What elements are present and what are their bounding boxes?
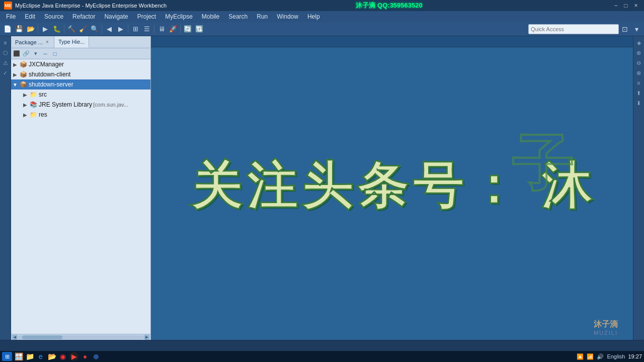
tree-item-src[interactable]: ▶ 📁 src [11,89,150,100]
menu-myeclipse[interactable]: MyEclipse [161,12,197,21]
quick-access-box[interactable] [528,24,619,34]
systray-lang: English [607,353,625,359]
problems-icon[interactable]: ⚠ [1,58,10,67]
menu-search[interactable]: Search [224,12,252,21]
taskbar-file-icon[interactable]: 📁 [25,352,34,361]
right-icon-3[interactable]: ⊖ [634,58,643,67]
views-button[interactable]: ☰ [141,24,152,35]
new-button[interactable]: 📄 [2,24,13,35]
menu-mobile[interactable]: Mobile [198,12,223,21]
menu-project[interactable]: Project [133,12,160,21]
menu-window[interactable]: Window [273,12,302,21]
sync-button[interactable]: 🔄 [182,24,193,35]
taskbar-red-icon[interactable]: ● [80,352,90,361]
package-explorer-icon[interactable]: ≡ [1,38,10,47]
right-icon-5[interactable]: ≡ [634,78,643,87]
editor-area: 关注头条号： 沐 子 沐子滴 MUZILI [151,36,633,340]
refresh-button[interactable]: 🔃 [194,24,205,35]
menu-run[interactable]: Run [253,12,272,21]
scroll-left-button[interactable]: ◀ [12,335,17,340]
toolbar-sep-1 [38,25,38,34]
taskbar-ie-icon[interactable]: e [36,352,45,361]
build-button[interactable]: 🔨 [66,24,77,35]
next-button[interactable]: ▶ [115,24,126,35]
icon-jxcmanager: 📦 [19,60,27,68]
menu-source[interactable]: Source [40,12,67,21]
collapse-all-button[interactable]: ⬛ [12,49,21,58]
tab-type-hierarchy[interactable]: Type Hie... [54,36,90,48]
scroll-right-button[interactable]: ▶ [144,335,149,340]
tree-item-jre-library[interactable]: ▶ 📚 JRE System Library [com.sun.jav... [11,100,150,110]
perspective-button[interactable]: ⊞ [130,24,141,35]
systray-network[interactable]: 📶 [587,353,594,360]
open-button[interactable]: 📂 [25,24,36,35]
debug-button[interactable]: 🐛 [51,24,62,35]
right-icon-1[interactable]: ◈ [634,38,643,47]
icon-jre-library: 📚 [29,101,37,109]
panel-toolbar: ⬛ 🔗 ▾ ─ □ [11,48,150,59]
tree-item-shutdown-server[interactable]: ▼ 📦 shutdown-server [11,79,150,89]
maximize-button[interactable]: □ [622,2,630,9]
systray-volume[interactable]: 🔊 [597,353,604,360]
status-bar [0,340,644,351]
panel-min-button[interactable]: ─ [41,49,50,58]
view-menu-button[interactable]: ▾ [631,24,642,35]
menu-refactor[interactable]: Refactor [68,12,99,21]
panel-scrollbar-h: ◀ ▶ [11,334,150,340]
taskbar: ⊞ 🪟 📁 e 📂 ◉ ▶ ● ⊕ 🔼 📶 🔊 English 19:27 [0,351,644,362]
right-icon-6[interactable]: ⬆ [634,88,643,98]
hierarchy-icon[interactable]: ⬡ [1,48,10,57]
run-button[interactable]: ▶ [40,24,51,35]
toggle-res[interactable]: ▶ [21,111,29,119]
panel-max-button[interactable]: □ [50,49,59,58]
toggle-src[interactable]: ▶ [21,90,29,99]
logo-name: 沐子滴 [594,319,618,330]
taskbar-app1-icon[interactable]: ◉ [58,352,67,361]
toolbar-sep-6 [180,25,181,34]
server-button[interactable]: 🖥 [156,24,167,35]
scroll-thumb[interactable] [22,335,62,339]
minimize-button[interactable]: − [612,2,620,9]
label-jxcmanager: JXCManager [29,61,64,68]
search-toolbar-button[interactable]: 🔍 [89,24,100,35]
taskbar-folder-icon[interactable]: 📂 [47,352,56,361]
quick-access-input[interactable] [531,26,616,32]
tree-item-res[interactable]: ▶ 📁 res [11,110,150,120]
tab-package-close[interactable]: × [45,39,50,45]
tab-package-explorer[interactable]: Package ... × [11,36,54,48]
icon-src: 📁 [29,90,37,99]
menu-edit[interactable]: Edit [21,12,39,21]
menu-file[interactable]: File [2,12,20,21]
clean-button[interactable]: 🧹 [77,24,89,35]
toggle-shutdown-server[interactable]: ▼ [11,80,19,88]
panel-menu-button[interactable]: ▾ [31,49,40,58]
taskbar-play-icon[interactable]: ▶ [69,352,78,361]
prev-button[interactable]: ◀ [104,24,115,35]
toggle-jre-library[interactable]: ▶ [21,101,29,109]
toggle-jxcmanager[interactable]: ▶ [11,60,19,68]
right-icon-4[interactable]: ⊗ [634,68,643,77]
systray-arrow[interactable]: 🔼 [577,353,584,360]
menu-navigate[interactable]: Navigate [100,12,132,21]
label-res: res [39,111,47,118]
logo-sub: MUZILI [594,330,618,336]
link-editor-button[interactable]: 🔗 [22,49,31,58]
right-icon-2[interactable]: ⊕ [634,48,643,57]
close-button[interactable]: × [632,2,640,9]
tree-item-jxcmanager[interactable]: ▶ 📦 JXCManager [11,59,150,69]
open-perspective-button[interactable]: ⊡ [619,24,630,35]
tree-item-shutdown-client[interactable]: ▶ 📦 shutdown-client [11,69,150,79]
taskbar-win-icon[interactable]: 🪟 [14,352,23,361]
icon-res: 📁 [29,111,37,119]
taskbar-chrome-icon[interactable]: ⊕ [92,352,101,361]
toolbar-sep-3 [102,25,102,34]
menu-help[interactable]: Help [303,12,324,21]
tasks-icon[interactable]: ✓ [1,68,10,77]
save-button[interactable]: 💾 [14,24,25,35]
icon-shutdown-server: 📦 [19,80,27,88]
right-icon-7[interactable]: ⬇ [634,99,643,108]
deploy-button[interactable]: 🚀 [168,24,179,35]
app-logo: ME [4,2,12,10]
toggle-shutdown-client[interactable]: ▶ [11,70,19,78]
start-button[interactable]: ⊞ [2,352,12,361]
